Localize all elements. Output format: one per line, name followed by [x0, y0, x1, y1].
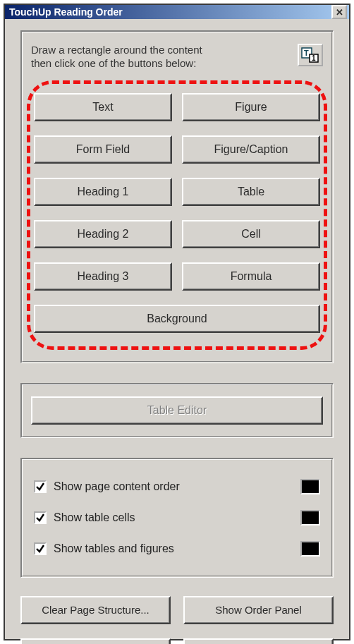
table-cells-color-swatch[interactable] [300, 510, 320, 525]
dialog-window: TouchUp Reading Order ✕ Draw a rectangle… [4, 4, 350, 640]
svg-text:1: 1 [312, 54, 316, 62]
show-tables-figures-label: Show tables and figures [54, 542, 300, 555]
instruction-line2: then click one of the buttons below: [31, 57, 292, 71]
text-button[interactable]: Text [34, 93, 172, 121]
cell-button[interactable]: Cell [182, 220, 320, 248]
show-tables-figures-row: Show tables and figures [34, 533, 320, 564]
instruction-line1: Draw a rectangle around the content [31, 44, 292, 57]
tag-buttons-highlight: Text Figure Form Field Figure/Caption He… [27, 80, 327, 350]
bottom-buttons: Clear Page Structure... Show Order Panel… [20, 596, 334, 645]
page-content-order-color-swatch[interactable] [300, 479, 320, 494]
display-options-group: Show page content order Show table cells… [20, 458, 334, 578]
svg-text:T: T [304, 49, 309, 57]
instruction-text: Draw a rectangle around the content then… [31, 44, 292, 71]
background-button[interactable]: Background [34, 305, 320, 333]
dialog-body: Draw a rectangle around the content then… [5, 19, 349, 644]
table-editor-button: Table Editor [31, 396, 323, 425]
show-table-cells-label: Show table cells [54, 511, 300, 524]
show-tables-figures-checkbox[interactable] [34, 542, 47, 555]
touchup-tool-icon[interactable]: T 1 [298, 44, 323, 66]
tagging-group: Draw a rectangle around the content then… [20, 30, 334, 363]
tag-buttons-grid: Text Figure Form Field Figure/Caption He… [34, 93, 320, 333]
show-page-content-order-checkbox[interactable] [34, 480, 47, 493]
form-field-button[interactable]: Form Field [34, 135, 172, 164]
window-title: TouchUp Reading Order [9, 6, 331, 18]
formula-button[interactable]: Formula [182, 262, 320, 291]
table-button[interactable]: Table [182, 178, 320, 206]
show-table-cells-row: Show table cells [34, 502, 320, 533]
clear-page-structure-button[interactable]: Clear Page Structure... [20, 596, 171, 624]
heading1-button[interactable]: Heading 1 [34, 178, 172, 206]
instruction-row: Draw a rectangle around the content then… [31, 44, 323, 71]
help-button[interactable]: Help [20, 638, 171, 645]
close-icon[interactable]: ✕ [331, 5, 347, 19]
show-page-content-order-row: Show page content order [34, 471, 320, 502]
table-editor-group: Table Editor [20, 383, 334, 438]
tables-figures-color-swatch[interactable] [300, 541, 320, 557]
figure-caption-button[interactable]: Figure/Caption [182, 135, 320, 164]
show-order-panel-button[interactable]: Show Order Panel [183, 596, 334, 624]
close-button[interactable]: Close [183, 638, 334, 645]
titlebar: TouchUp Reading Order ✕ [5, 5, 349, 19]
show-page-content-order-label: Show page content order [54, 480, 300, 493]
figure-button[interactable]: Figure [182, 93, 320, 121]
show-table-cells-checkbox[interactable] [34, 511, 47, 524]
heading3-button[interactable]: Heading 3 [34, 262, 172, 291]
heading2-button[interactable]: Heading 2 [34, 220, 172, 248]
